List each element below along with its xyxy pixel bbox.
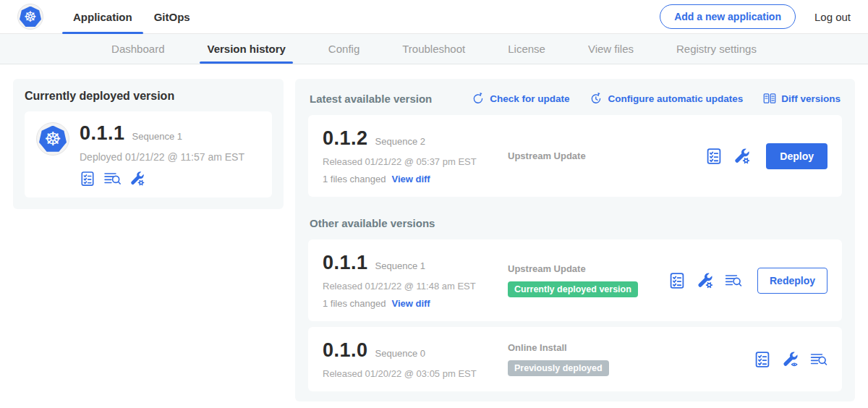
version-number: 0.1.1 <box>323 252 368 274</box>
app-subnav: Dashboard Version history Config Trouble… <box>0 34 868 64</box>
subnav-troubleshoot[interactable]: Troubleshoot <box>402 34 465 64</box>
tab-gitops[interactable]: GitOps <box>143 0 201 33</box>
config-wrench-gear-icon[interactable] <box>733 148 751 165</box>
kubernetes-logo-icon: ☸ <box>17 4 43 30</box>
latest-available-title: Latest available version <box>310 93 432 105</box>
view-diff-link[interactable]: View diff <box>391 298 430 309</box>
version-card-0-1-2: 0.1.2 Sequence 2 Released 01/21/22 @ 05:… <box>308 115 842 197</box>
top-tabs: Application GitOps <box>62 0 201 33</box>
main-content: Currently deployed version ☸ 0.1.1 Seque… <box>0 64 868 408</box>
version-number: 0.1.2 <box>323 127 368 150</box>
config-wrench-view-icon[interactable] <box>782 351 799 368</box>
add-application-button[interactable]: Add a new application <box>660 4 796 29</box>
sequence-label: Sequence 0 <box>375 348 425 359</box>
subnav-dashboard[interactable]: Dashboard <box>111 34 164 64</box>
config-wrench-gear-icon[interactable] <box>697 272 714 289</box>
logout-button[interactable]: Log out <box>814 11 851 23</box>
helm-wheel-icon: ☸ <box>39 126 67 153</box>
sequence-label: Sequence 2 <box>375 136 425 147</box>
deployed-timestamp: Deployed 01/21/22 @ 11:57 am EST <box>80 151 244 163</box>
files-changed-label: 1 files changed <box>323 298 386 309</box>
subnav-registry-settings[interactable]: Registry settings <box>676 34 757 64</box>
deploy-logs-icon[interactable] <box>725 272 742 289</box>
deploy-button[interactable]: Deploy <box>766 143 827 169</box>
version-source-label: Upstream Update <box>508 150 705 161</box>
subnav-license[interactable]: License <box>508 34 545 64</box>
deployed-sequence-label: Sequence 1 <box>132 131 182 142</box>
currently-deployed-card: ☸ 0.1.1 Sequence 1 Deployed 01/21/22 @ 1… <box>25 111 272 197</box>
currently-deployed-badge: Currently deployed version <box>508 281 638 297</box>
subnav-config[interactable]: Config <box>328 34 359 64</box>
tab-application[interactable]: Application <box>62 0 143 33</box>
preflight-checklist-icon[interactable] <box>754 351 771 368</box>
subnav-view-files[interactable]: View files <box>588 34 634 64</box>
currently-deployed-panel: Currently deployed version ☸ 0.1.1 Seque… <box>13 79 284 209</box>
diff-icon <box>763 92 776 105</box>
tab-application-label: Application <box>73 11 132 23</box>
diff-versions-link[interactable]: Diff versions <box>763 92 841 105</box>
preflight-checklist-icon[interactable] <box>668 272 686 289</box>
sequence-label: Sequence 1 <box>375 260 425 271</box>
files-changed-label: 1 files changed <box>323 174 386 184</box>
refresh-icon <box>472 92 485 105</box>
view-diff-link[interactable]: View diff <box>391 174 430 184</box>
deployed-version-number: 0.1.1 <box>80 122 125 145</box>
top-navbar: ☸ Application GitOps Add a new applicati… <box>0 0 868 34</box>
currently-deployed-title: Currently deployed version <box>25 90 272 103</box>
topbar-right: Add a new application Log out <box>660 4 851 29</box>
version-source-label: Upstream Update <box>508 263 668 274</box>
other-versions-title: Other available versions <box>310 217 841 229</box>
version-card-0-1-1: 0.1.1 Sequence 1 Released 01/21/22 @ 11:… <box>308 239 842 321</box>
previously-deployed-badge: Previously deployed <box>508 360 609 376</box>
version-source-label: Online Install <box>508 342 754 353</box>
subnav-version-history[interactable]: Version history <box>207 34 285 64</box>
released-timestamp: Released 01/21/22 @ 05:37 pm EST <box>323 156 508 167</box>
redeploy-button[interactable]: Redeploy <box>757 268 827 294</box>
preflight-checklist-icon[interactable] <box>80 171 95 187</box>
deploy-logs-icon[interactable] <box>103 171 122 187</box>
app-icon: ☸ <box>36 122 69 156</box>
tab-gitops-label: GitOps <box>154 11 190 23</box>
check-for-update-link[interactable]: Check for update <box>472 92 569 105</box>
schedule-update-icon <box>590 92 603 105</box>
version-history-panel: Latest available version Check for updat… <box>295 79 855 401</box>
version-card-0-1-0: 0.1.0 Sequence 0 Released 01/20/22 @ 03:… <box>308 327 842 391</box>
preflight-checklist-icon[interactable] <box>705 148 723 165</box>
configure-automatic-updates-link[interactable]: Configure automatic updates <box>590 92 743 105</box>
config-wrench-gear-icon[interactable] <box>129 171 145 187</box>
version-number: 0.1.0 <box>323 339 368 362</box>
released-timestamp: Released 01/21/22 @ 11:48 am EST <box>323 281 508 292</box>
deploy-logs-icon[interactable] <box>810 351 827 368</box>
released-timestamp: Released 01/20/22 @ 03:05 pm EST <box>323 368 508 379</box>
helm-wheel-icon: ☸ <box>20 7 41 27</box>
